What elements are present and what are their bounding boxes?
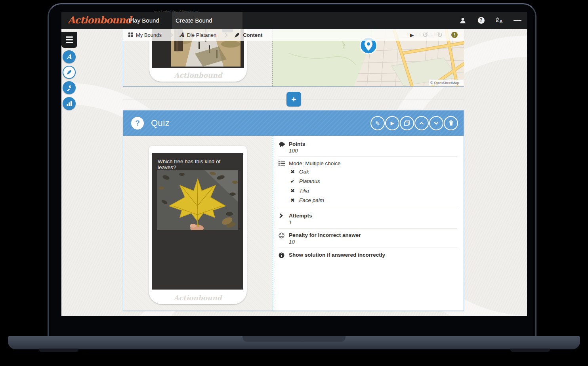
- list-icon: [279, 160, 289, 167]
- breadcrumb-label: Die Platanen: [187, 32, 216, 38]
- option-label: Tilia: [299, 188, 309, 194]
- svg-text:A: A: [500, 19, 503, 24]
- attempts-row: Attempts 1: [279, 209, 457, 229]
- translate-icon[interactable]: A: [495, 17, 503, 25]
- quiz-type-icon: ?: [131, 117, 144, 130]
- leaf-photo: [157, 170, 238, 230]
- quiz-details-panel: Points 100: [273, 136, 464, 311]
- nav-play-bound[interactable]: Play Bound: [126, 12, 162, 29]
- option-label: Face palm: [299, 197, 324, 203]
- chevron-up-icon: [419, 120, 424, 126]
- points-value: 100: [289, 148, 305, 154]
- warning-icon[interactable]: !: [451, 32, 458, 38]
- laptop-lid: ein beliebter Alleebaum.: [48, 3, 536, 336]
- feather-icon: [234, 32, 240, 38]
- penalty-label: Penalty for incorrect answer: [289, 232, 361, 238]
- quiz-preview-panel: Which tree has this kind of leaves?: [123, 136, 272, 311]
- laptop-base-notch: [242, 336, 346, 342]
- chevron-right-icon: [168, 32, 173, 38]
- sidebar-item-content[interactable]: [63, 66, 76, 79]
- nav-create-bound[interactable]: Create Bound: [173, 12, 215, 29]
- breadcrumb-my-bounds[interactable]: My Bounds: [123, 29, 167, 41]
- breadcrumb-label: Content: [243, 32, 262, 38]
- wrench-icon: [66, 85, 72, 91]
- map-attribution: © OpenStreetMap: [430, 81, 459, 85]
- answer-options: ✖ Oak ✔ Platanus ✖ Tilia: [279, 168, 457, 209]
- edit-button[interactable]: ✎: [370, 116, 385, 130]
- add-element-button[interactable]: +: [286, 92, 301, 107]
- sidebar-item-statistics[interactable]: [63, 97, 76, 110]
- actionbound-watermark: Actionbound: [149, 71, 247, 79]
- points-label: Points: [289, 141, 305, 147]
- sad-face-icon: [279, 232, 289, 245]
- option-label: Platanus: [299, 178, 320, 184]
- info-icon: [279, 252, 289, 259]
- delete-button[interactable]: [444, 116, 458, 130]
- points-row: Points 100: [279, 137, 457, 157]
- quiz-section: ? Quiz ✎ ▶: [123, 110, 464, 311]
- user-icon[interactable]: [459, 17, 467, 25]
- breadcrumb-label: My Bounds: [136, 32, 162, 38]
- breadcrumb-content[interactable]: Content: [229, 29, 268, 41]
- laptop-foot: [39, 349, 78, 352]
- browser-screen: Actionbound: [61, 12, 527, 316]
- quiz-toolbar: ✎ ▶: [370, 116, 458, 130]
- attempts-label: Attempts: [289, 213, 312, 219]
- test-play-icon[interactable]: ▶: [410, 32, 414, 38]
- answer-option: ✖ Face palm: [290, 197, 457, 203]
- answer-option: ✔ Platanus: [290, 178, 457, 184]
- piggy-bank-icon: [279, 141, 289, 154]
- wrong-mark-icon: ✖: [290, 197, 299, 203]
- laptop-foot: [510, 349, 550, 352]
- move-down-button[interactable]: [429, 116, 443, 130]
- laptop-base: [8, 336, 580, 349]
- navbar-actions: ? A: [459, 12, 521, 29]
- copy-icon: [404, 120, 410, 126]
- breadcrumb: My Bounds A Die Platanen Content ▶: [123, 29, 464, 41]
- solution-row: Show solution if answered incorrectly: [279, 248, 457, 263]
- phone-screen: Which tree has this kind of leaves?: [152, 153, 243, 290]
- pencil-icon: ✎: [375, 120, 380, 126]
- quiz-header: ? Quiz ✎ ▶: [123, 111, 464, 136]
- attempts-value: 1: [289, 219, 312, 225]
- penalty-value: 10: [289, 239, 361, 245]
- menu-icon[interactable]: [514, 17, 521, 25]
- undo-icon[interactable]: ↺: [423, 32, 428, 38]
- answer-option: ✖ Tilia: [290, 188, 457, 194]
- laptop-mockup: ein beliebter Alleebaum.: [0, 0, 588, 366]
- top-navbar: Actionbound Play Bound Create Bound ?: [61, 12, 527, 29]
- help-icon[interactable]: ?: [477, 17, 485, 25]
- trash-icon: [448, 120, 454, 126]
- preview-button[interactable]: ▶: [385, 116, 399, 130]
- sidebar-toggle-button[interactable]: [61, 32, 77, 48]
- quiz-body: Which tree has this kind of leaves?: [123, 136, 464, 311]
- move-up-button[interactable]: [414, 116, 429, 130]
- wrong-mark-icon: ✖: [290, 169, 299, 175]
- feather-icon: [66, 69, 72, 75]
- mode-label: Mode: Multiple choice: [289, 160, 341, 166]
- quiz-question-text: Which tree has this kind of leaves?: [158, 158, 239, 170]
- bound-mark-icon: A: [67, 53, 71, 61]
- breadcrumb-bound-name[interactable]: A Die Platanen: [174, 29, 222, 41]
- duplicate-button[interactable]: [400, 116, 414, 130]
- quiz-title: Quiz: [151, 118, 170, 128]
- grid-icon: [128, 32, 133, 37]
- sidebar-item-settings[interactable]: [63, 81, 76, 94]
- chevron-down-icon: [433, 120, 439, 126]
- answer-option: ✖ Oak: [290, 169, 457, 175]
- redo-icon[interactable]: ↻: [437, 32, 443, 38]
- phone-mockup-quiz: Which tree has this kind of leaves?: [149, 146, 247, 304]
- wrong-mark-icon: ✖: [290, 188, 299, 194]
- solution-label: Show solution if answered incorrectly: [289, 252, 385, 258]
- actionbound-logo[interactable]: Actionbound: [68, 14, 131, 26]
- sidebar-item-bound[interactable]: A: [63, 50, 76, 63]
- bound-mark-icon: A: [179, 31, 184, 38]
- correct-mark-icon: ✔: [290, 178, 299, 184]
- chevron-right-icon: [279, 213, 289, 225]
- bar-chart-icon: [67, 101, 72, 106]
- bound-toolbar: ▶ ↺ ↻ !: [410, 32, 464, 38]
- chevron-right-icon: [223, 32, 228, 38]
- option-label: Oak: [299, 169, 309, 175]
- play-icon: ▶: [390, 121, 394, 126]
- actionbound-watermark: Actionbound: [149, 294, 247, 302]
